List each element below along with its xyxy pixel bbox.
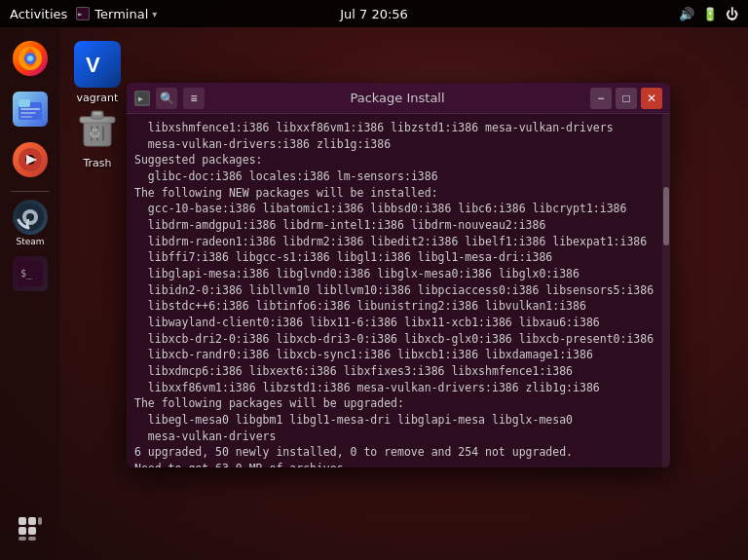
topbar-indicators: 🔊 🔋 ⏻ [679, 7, 738, 21]
topbar-datetime: Jul 7 20:56 [340, 7, 408, 21]
sidebar-item-files[interactable] [7, 86, 54, 132]
battery-icon: 🔋 [702, 7, 718, 21]
terminal-line: Suggested packages: [134, 152, 662, 168]
titlebar-left: ▶ 🔍 ≡ [134, 88, 205, 109]
titlebar-terminal-icon: ▶ [134, 91, 150, 106]
firefox-icon [13, 41, 48, 76]
titlebar-controls: − □ ✕ [590, 88, 662, 109]
svg-rect-23 [19, 537, 26, 541]
terminal-line: libffi7:i386 libgcc-s1:i386 libgl1:i386 … [134, 249, 662, 266]
svg-point-5 [27, 56, 33, 61]
svg-rect-8 [20, 108, 40, 110]
terminal-line: glibc-doc:i386 locales:i386 lm-sensors:i… [134, 168, 662, 185]
sidebar-item-rhythmbox[interactable] [7, 136, 54, 183]
topbar: Activities ► Terminal ▾ Jul 7 20:56 🔊 🔋 … [0, 0, 748, 27]
terminal-line: The following packages will be upgraded: [134, 395, 662, 412]
terminal-title: Package Install [205, 91, 590, 105]
terminal-line: libglapi-mesa:i386 libglvnd0:i386 libglx… [134, 266, 662, 282]
terminal-window: ▶ 🔍 ≡ Package Install − □ ✕ libxshmfence… [127, 83, 670, 467]
terminal-line: libdrm-amdgpu1:i386 libdrm-intel1:i386 l… [134, 217, 662, 234]
terminal-task[interactable]: ► Terminal ▾ [75, 6, 157, 21]
terminal-dock-icon: $_ [13, 256, 48, 291]
terminal-line: libwayland-client0:i386 libx11-6:i386 li… [134, 315, 662, 331]
steam-icon [13, 200, 48, 235]
terminal-line: The following NEW packages will be insta… [134, 185, 662, 202]
trash-label: Trash [83, 157, 111, 169]
dock-separator [11, 191, 50, 192]
terminal-line: libstdc++6:i386 libtinfo6:i386 libunistr… [134, 298, 662, 315]
terminal-line: libxcb-dri2-0:i386 libxcb-dri3-0:i386 li… [134, 331, 662, 348]
svg-text:►: ► [78, 10, 83, 19]
svg-rect-9 [20, 112, 36, 114]
svg-rect-21 [19, 527, 26, 535]
steam-label: Steam [16, 237, 44, 246]
menu-button[interactable]: ≡ [183, 88, 205, 109]
vagrant-icon: V [74, 41, 121, 88]
search-button[interactable]: 🔍 [156, 88, 177, 109]
activities-button[interactable]: Activities [10, 7, 67, 21]
svg-rect-18 [19, 517, 26, 525]
terminal-titlebar: ▶ 🔍 ≡ Package Install − □ ✕ [127, 83, 670, 114]
terminal-line: libdrm-radeon1:i386 libdrm2:i386 libedit… [134, 234, 662, 250]
terminal-line: mesa-vulkan-drivers [134, 429, 662, 445]
terminal-line: 6 upgraded, 50 newly installed, 0 to rem… [134, 444, 662, 461]
svg-rect-29 [94, 112, 101, 115]
svg-text:$_: $_ [20, 268, 33, 280]
power-icon[interactable]: ⏻ [726, 7, 738, 21]
close-button[interactable]: ✕ [641, 88, 662, 109]
svg-rect-20 [38, 517, 42, 525]
sidebar-item-terminal[interactable]: $_ [7, 250, 54, 297]
svg-rect-24 [28, 537, 36, 541]
terminal-task-label: Terminal [94, 7, 148, 21]
terminal-line: libidn2-0:i386 libllvm10 libllvm10:i386 … [134, 282, 662, 299]
maximize-button[interactable]: □ [616, 88, 637, 109]
terminal-scrollbar[interactable] [662, 114, 670, 467]
svg-rect-19 [28, 517, 36, 525]
desktop-icon-trash[interactable]: ♻ Trash [70, 102, 125, 173]
rhythmbox-icon [13, 142, 48, 177]
terminal-line: Need to get 63.0 MB of archives. [134, 461, 662, 467]
terminal-line: libxdmcp6:i386 libxext6:i386 libxfixes3:… [134, 363, 662, 380]
terminal-line: libxxf86vm1:i386 libzstd1:i386 mesa-vulk… [134, 380, 662, 396]
apps-grid-icon [13, 511, 48, 546]
terminal-line: mesa-vulkan-drivers:i386 zlib1g:i386 [134, 136, 662, 153]
sidebar-item-firefox[interactable] [7, 35, 54, 82]
sidebar: Steam $_ [0, 27, 60, 560]
desktop: Activities ► Terminal ▾ Jul 7 20:56 🔊 🔋 … [0, 0, 748, 560]
desktop-icon-vagrant[interactable]: V vagrant [70, 37, 125, 108]
terminal-task-icon: ► [75, 6, 91, 21]
files-icon [13, 92, 48, 127]
terminal-line: gcc-10-base:i386 libatomic1:i386 libbsd0… [134, 201, 662, 217]
terminal-scrollbar-thumb[interactable] [663, 187, 669, 245]
sidebar-item-steam[interactable]: Steam [7, 200, 54, 246]
terminal-line: libxcb-randr0:i386 libxcb-sync1:i386 lib… [134, 347, 662, 363]
svg-text:♻: ♻ [89, 126, 101, 141]
svg-text:V: V [86, 53, 100, 77]
svg-rect-10 [20, 116, 32, 118]
sidebar-item-apps-grid[interactable] [7, 505, 54, 552]
trash-icon: ♻ [74, 106, 121, 153]
svg-rect-22 [28, 527, 36, 535]
minimize-button[interactable]: − [590, 88, 612, 109]
svg-text:▶: ▶ [138, 94, 143, 103]
volume-icon[interactable]: 🔊 [679, 7, 694, 21]
svg-rect-7 [19, 99, 30, 107]
terminal-content[interactable]: libxshmfence1:i386 libxxf86vm1:i386 libz… [127, 114, 670, 467]
terminal-line: libegl-mesa0 libgbm1 libgl1-mesa-dri lib… [134, 412, 662, 429]
terminal-task-arrow: ▾ [152, 9, 157, 19]
terminal-line: libxshmfence1:i386 libxxf86vm1:i386 libz… [134, 120, 662, 136]
